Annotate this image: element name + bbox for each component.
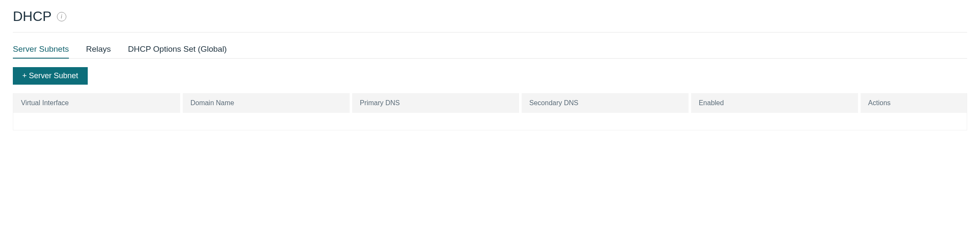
tab-server-subnets[interactable]: Server Subnets bbox=[13, 44, 69, 58]
server-subnets-table: Virtual Interface Domain Name Primary DN… bbox=[13, 93, 967, 130]
tab-dhcp-options-global[interactable]: DHCP Options Set (Global) bbox=[128, 44, 227, 58]
column-header-domain-name: Domain Name bbox=[183, 93, 350, 113]
column-header-primary-dns: Primary DNS bbox=[352, 93, 519, 113]
column-header-virtual-interface: Virtual Interface bbox=[13, 93, 180, 113]
column-header-actions: Actions bbox=[861, 93, 967, 113]
column-header-enabled: Enabled bbox=[691, 93, 858, 113]
table-header-row: Virtual Interface Domain Name Primary DN… bbox=[13, 93, 967, 113]
add-server-subnet-button[interactable]: + Server Subnet bbox=[13, 67, 88, 85]
tabs: Server Subnets Relays DHCP Options Set (… bbox=[13, 44, 967, 59]
table-body bbox=[13, 113, 967, 130]
page-title: DHCP bbox=[13, 9, 52, 24]
info-icon[interactable]: i bbox=[57, 12, 66, 21]
page-header: DHCP i bbox=[13, 9, 967, 32]
tab-relays[interactable]: Relays bbox=[86, 44, 111, 58]
column-header-secondary-dns: Secondary DNS bbox=[522, 93, 689, 113]
toolbar: + Server Subnet bbox=[13, 67, 967, 85]
